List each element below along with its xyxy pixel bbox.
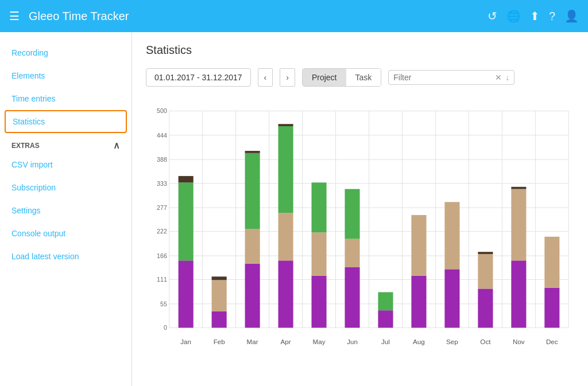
filter-input[interactable]: [393, 73, 495, 82]
task-toggle-button[interactable]: Task: [346, 69, 381, 86]
svg-rect-35: [179, 176, 194, 182]
sidebar-item-recording[interactable]: Recording: [0, 41, 131, 64]
svg-rect-38: [212, 280, 227, 311]
svg-rect-55: [345, 267, 359, 328]
sidebar-item-console-output[interactable]: Console output: [0, 222, 131, 245]
svg-rect-73: [511, 189, 526, 261]
svg-rect-51: [312, 276, 327, 328]
menu-icon[interactable]: ☰: [9, 9, 20, 23]
app-title: Gleeo Time Tracker: [29, 10, 488, 23]
filter-icons: ✕ ↓: [495, 73, 509, 82]
svg-rect-57: [345, 189, 359, 239]
controls-row: 01.01.2017 - 31.12.2017 ‹ › Project Task…: [146, 68, 574, 87]
download-icon[interactable]: ⬆: [530, 9, 540, 23]
svg-rect-66: [444, 202, 459, 269]
next-button[interactable]: ›: [280, 68, 295, 87]
svg-text:Dec: Dec: [546, 338, 558, 345]
filter-clear-icon[interactable]: ✕: [495, 73, 502, 82]
svg-rect-37: [212, 311, 227, 328]
svg-text:Nov: Nov: [513, 338, 525, 345]
svg-rect-70: [478, 252, 493, 254]
svg-rect-68: [478, 288, 493, 327]
svg-text:Oct: Oct: [480, 338, 491, 345]
svg-rect-72: [511, 260, 526, 327]
profile-icon[interactable]: 👤: [564, 9, 579, 23]
filter-sort-icon[interactable]: ↓: [505, 73, 509, 82]
svg-rect-48: [278, 126, 293, 213]
sidebar-item-csv-import[interactable]: CSV import: [0, 153, 131, 176]
svg-text:388: 388: [157, 156, 167, 163]
sidebar-item-elements[interactable]: Elements: [0, 64, 131, 87]
globe-icon[interactable]: 🌐: [506, 9, 521, 23]
svg-rect-63: [411, 215, 426, 276]
svg-rect-53: [312, 182, 327, 232]
extras-chevron[interactable]: ∧: [113, 140, 120, 151]
svg-rect-44: [245, 151, 260, 153]
app-header: ☰ Gleeo Time Tracker ↺ 🌐 ⬆ ? 👤: [0, 0, 588, 32]
svg-text:55: 55: [160, 301, 167, 307]
statistics-chart: 500444388333277222166111550JanFebMarAprM…: [146, 96, 574, 360]
refresh-icon[interactable]: ↺: [488, 9, 497, 23]
svg-rect-47: [278, 213, 293, 260]
prev-button[interactable]: ‹: [258, 68, 273, 87]
project-toggle-button[interactable]: Project: [303, 69, 346, 86]
svg-text:May: May: [313, 338, 326, 345]
svg-rect-34: [179, 182, 194, 260]
help-icon[interactable]: ?: [549, 10, 555, 23]
body-layout: Recording Elements Time entries Statisti…: [0, 32, 588, 386]
svg-rect-77: [544, 237, 559, 288]
svg-rect-52: [312, 232, 327, 276]
sidebar-item-subscription[interactable]: Subscription: [0, 176, 131, 199]
main-content: Statistics 01.01.2017 - 31.12.2017 ‹ › P…: [132, 32, 588, 386]
svg-text:0: 0: [164, 324, 167, 331]
sidebar-item-settings[interactable]: Settings: [0, 199, 131, 222]
svg-rect-60: [378, 292, 393, 310]
svg-rect-39: [212, 276, 227, 280]
svg-text:Mar: Mar: [247, 338, 258, 345]
date-range-button[interactable]: 01.01.2017 - 31.12.2017: [146, 68, 251, 87]
svg-rect-49: [278, 124, 293, 126]
svg-text:Apr: Apr: [281, 338, 291, 345]
svg-text:166: 166: [157, 252, 167, 259]
filter-container: ✕ ↓: [388, 70, 514, 85]
svg-text:Aug: Aug: [413, 338, 425, 345]
svg-rect-65: [444, 269, 459, 327]
view-toggle: Project Task: [302, 68, 381, 87]
sidebar: Recording Elements Time entries Statisti…: [0, 32, 132, 386]
sidebar-item-time-entries[interactable]: Time entries: [0, 87, 131, 110]
svg-text:111: 111: [157, 276, 167, 283]
svg-text:Feb: Feb: [214, 338, 225, 345]
svg-rect-43: [245, 153, 260, 229]
svg-text:277: 277: [157, 204, 167, 211]
page-title: Statistics: [146, 44, 574, 57]
svg-rect-69: [478, 254, 493, 288]
svg-text:Jul: Jul: [381, 338, 390, 345]
svg-rect-76: [544, 288, 559, 328]
sidebar-item-load-latest[interactable]: Load latest version: [0, 245, 131, 268]
svg-rect-42: [245, 229, 260, 263]
svg-rect-62: [411, 276, 426, 328]
svg-text:Jan: Jan: [180, 338, 191, 345]
svg-rect-46: [278, 260, 293, 327]
svg-text:Jun: Jun: [347, 338, 358, 345]
svg-rect-41: [245, 264, 260, 328]
svg-rect-74: [511, 187, 526, 189]
svg-text:Sep: Sep: [446, 338, 458, 345]
svg-text:222: 222: [157, 228, 167, 235]
header-actions: ↺ 🌐 ⬆ ? 👤: [488, 9, 579, 23]
svg-text:444: 444: [157, 132, 167, 139]
svg-rect-56: [345, 239, 359, 267]
extras-section-header: EXTRAS ∧: [0, 133, 131, 153]
svg-rect-59: [378, 310, 393, 327]
sidebar-item-statistics[interactable]: Statistics: [5, 110, 127, 133]
chart-container: 500444388333277222166111550JanFebMarAprM…: [146, 96, 574, 360]
svg-rect-33: [179, 260, 194, 327]
svg-text:333: 333: [157, 180, 167, 187]
svg-text:500: 500: [157, 107, 167, 114]
